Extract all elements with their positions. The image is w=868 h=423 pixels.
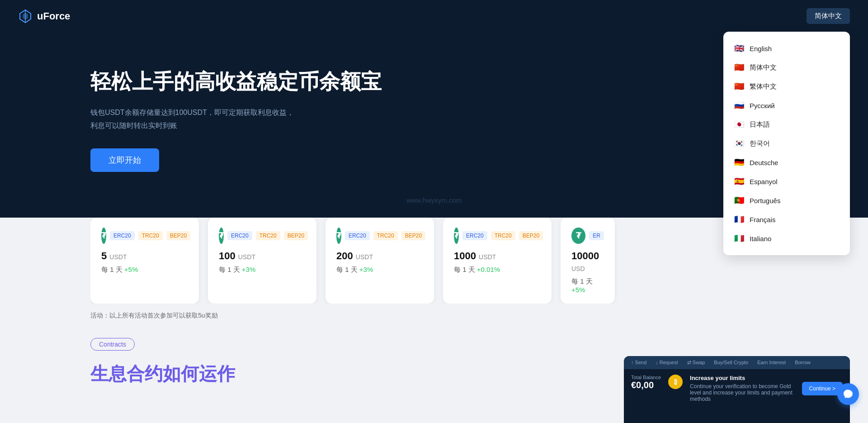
flag-icon: 🇰🇷 xyxy=(734,138,744,148)
lang-label: Français xyxy=(750,216,776,223)
hero-subtitle: 钱包USDT余额存储量达到100USDT，即可定期获取利息收益， 利息可以随时转… xyxy=(90,106,344,133)
lang-item[interactable]: 🇨🇳繁体中文 xyxy=(723,77,850,96)
preview-cta-button[interactable]: Continue > xyxy=(802,382,843,395)
card-5-rate: 每 1 天 +5% xyxy=(571,277,604,294)
lang-item[interactable]: 🇯🇵日本語 xyxy=(723,115,850,134)
flag-icon: 🇯🇵 xyxy=(734,119,744,129)
card-5-top: ₮ ER xyxy=(571,228,604,244)
flag-icon: 🇷🇺 xyxy=(734,100,744,110)
lang-label: English xyxy=(750,45,772,52)
chat-icon xyxy=(843,389,854,399)
badge-erc-3: ERC20 xyxy=(345,231,370,240)
app-preview: ↑ Send ↓ Request ⇄ Swap Buy/Sell Crypto … xyxy=(624,356,850,423)
logo-text: uForce xyxy=(37,10,70,22)
contracts-section: Contracts 生息合约如何运作 ↑ Send ↓ Request ⇄ Sw… xyxy=(0,320,868,423)
lang-label: 繁体中文 xyxy=(750,82,777,91)
language-button[interactable]: 简体中文 xyxy=(807,8,850,24)
preview-content: Total Balance €0,00 ₿ Increase your limi… xyxy=(624,369,850,408)
lang-item[interactable]: 🇫🇷Français xyxy=(723,210,850,229)
contracts-area: Contracts 生息合约如何运作 ↑ Send ↓ Request ⇄ Sw… xyxy=(90,338,850,423)
card-4-top: ₮ ERC20 TRC20 BEP20 xyxy=(454,228,541,244)
preview-coin-icon: ₿ xyxy=(668,375,683,389)
card-1[interactable]: ₮ ERC20 TRC20 BEP20 5 USDT 每 1 天 +5% xyxy=(90,218,199,304)
preview-earn: Earn Interest xyxy=(757,360,786,366)
badge-bep-3: BEP20 xyxy=(401,231,425,240)
card-3-amount: 200 USDT xyxy=(336,250,423,262)
card-3-rate: 每 1 天 +3% xyxy=(336,266,423,274)
badge-erc-1: ERC20 xyxy=(110,231,135,240)
lang-item[interactable]: 🇬🇧English xyxy=(723,39,850,58)
logo: uForce xyxy=(18,9,70,24)
preview-buysell: Buy/Sell Crypto xyxy=(714,360,748,366)
card-4-rate: 每 1 天 +0.01% xyxy=(454,266,541,274)
flag-icon: 🇬🇧 xyxy=(734,43,744,53)
card-5-amount: 10000 USD xyxy=(571,250,604,274)
card-1-top: ₮ ERC20 TRC20 BEP20 xyxy=(101,228,188,244)
preview-balance-area: Total Balance €0,00 xyxy=(631,375,661,390)
header: uForce 简体中文 🇬🇧English🇨🇳简体中文🇨🇳繁体中文🇷🇺Русск… xyxy=(0,0,868,32)
flag-icon: 🇫🇷 xyxy=(734,214,744,224)
flag-icon: 🇪🇸 xyxy=(734,176,744,186)
card-2-top: ₮ ERC20 TRC20 BEP20 xyxy=(219,228,306,244)
preview-request: ↓ Request xyxy=(656,360,678,366)
card-3-top: ₮ ERC20 TRC20 BEP20 xyxy=(336,228,423,244)
lang-label: 한국어 xyxy=(750,139,770,148)
support-button[interactable] xyxy=(837,383,859,405)
logo-icon xyxy=(18,9,33,24)
badge-bep-2: BEP20 xyxy=(284,231,308,240)
flag-icon: 🇩🇪 xyxy=(734,157,744,167)
tether-icon-4: ₮ xyxy=(454,228,459,244)
card-4-amount: 1000 USDT xyxy=(454,250,541,262)
contracts-tag: Contracts xyxy=(90,338,135,351)
lang-item[interactable]: 🇪🇸Espanyol xyxy=(723,172,850,191)
lang-label: Deutsche xyxy=(750,159,778,166)
preview-bar: ↑ Send ↓ Request ⇄ Swap Buy/Sell Crypto … xyxy=(624,356,850,369)
preview-promo-title: Increase your limits xyxy=(690,375,795,381)
lang-label: 简体中文 xyxy=(750,63,777,72)
lang-label: 日本語 xyxy=(750,120,770,129)
flag-icon: 🇨🇳 xyxy=(734,62,744,72)
card-2-rate: 每 1 天 +3% xyxy=(219,266,306,274)
tether-icon-5: ₮ xyxy=(571,228,585,244)
activity-text: 活动：以上所有活动首次参加可以获取5u奖励 xyxy=(0,304,868,320)
lang-item[interactable]: 🇷🇺Русский xyxy=(723,96,850,115)
preview-swap: ⇄ Swap xyxy=(687,360,705,366)
badge-bep-4: BEP20 xyxy=(519,231,543,240)
card-4[interactable]: ₮ ERC20 TRC20 BEP20 1000 USDT 每 1 天 +0.0… xyxy=(443,218,552,304)
preview-balance-label: Total Balance xyxy=(631,375,661,380)
card-5[interactable]: ₮ ER 10000 USD 每 1 天 +5% xyxy=(561,218,615,304)
card-3[interactable]: ₮ ERC20 TRC20 BEP20 200 USDT 每 1 天 +3% xyxy=(326,218,434,304)
card-2[interactable]: ₮ ERC20 TRC20 BEP20 100 USDT 每 1 天 +3% xyxy=(208,218,316,304)
tether-icon-3: ₮ xyxy=(336,228,341,244)
language-dropdown: 🇬🇧English🇨🇳简体中文🇨🇳繁体中文🇷🇺Русский🇯🇵日本語🇰🇷한국어… xyxy=(723,32,850,255)
lang-label: Espanyol xyxy=(750,178,778,185)
lang-item[interactable]: 🇨🇳简体中文 xyxy=(723,58,850,77)
lang-item[interactable]: 🇩🇪Deutsche xyxy=(723,153,850,172)
lang-item[interactable]: 🇮🇹Italiano xyxy=(723,229,850,248)
lang-item[interactable]: 🇰🇷한국어 xyxy=(723,134,850,153)
tether-icon-1: ₮ xyxy=(101,228,106,244)
cta-button[interactable]: 立即开始 xyxy=(90,148,159,172)
badge-erc-4: ERC20 xyxy=(462,231,487,240)
badge-trc-4: TRC20 xyxy=(491,231,515,240)
preview-send: ↑ Send xyxy=(631,360,646,366)
flag-icon: 🇨🇳 xyxy=(734,81,744,91)
badge-bep-1: BEP20 xyxy=(166,231,190,240)
preview-promo-desc: Continue your verification to become Gol… xyxy=(690,383,795,402)
card-1-rate: 每 1 天 +5% xyxy=(101,266,188,274)
preview-balance-value: €0,00 xyxy=(631,380,661,390)
lang-label: Русский xyxy=(750,102,775,109)
preview-borrow: Borrow xyxy=(795,360,811,366)
lang-label: Português xyxy=(750,197,780,204)
lang-label: Italiano xyxy=(750,235,771,242)
tether-icon-2: ₮ xyxy=(219,228,224,244)
flag-icon: 🇮🇹 xyxy=(734,233,744,243)
card-1-amount: 5 USDT xyxy=(101,250,188,262)
watermark: www.hwyxym.com xyxy=(406,196,462,204)
preview-promo-text: Increase your limits Continue your verif… xyxy=(690,375,795,402)
badge-erc-5: ER xyxy=(589,231,604,240)
lang-item[interactable]: 🇵🇹Português xyxy=(723,191,850,210)
badge-erc-2: ERC20 xyxy=(227,231,252,240)
flag-icon: 🇵🇹 xyxy=(734,195,744,205)
card-2-amount: 100 USDT xyxy=(219,250,306,262)
